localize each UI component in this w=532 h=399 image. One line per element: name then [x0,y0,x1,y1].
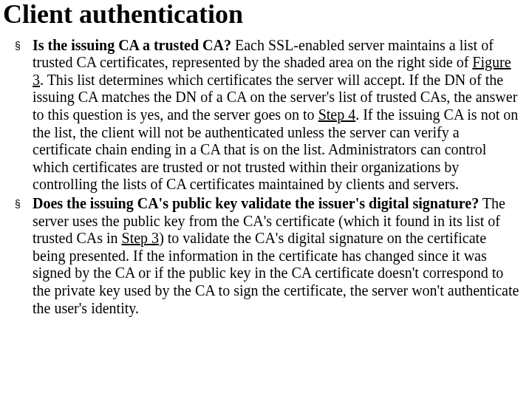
page-title: Client authentication [3,0,528,30]
list-item: §Does the issuing CA's public key valida… [33,195,522,317]
square-bullet-icon: § [15,195,21,213]
square-bullet-icon: § [15,37,21,55]
item-lead: Does the issuing CA's public key validat… [33,195,479,211]
document-page: Client authentication §Is the issuing CA… [0,0,532,317]
reference-link[interactable]: Step 4 [318,106,356,123]
list-item: §Is the issuing CA a trusted CA? Each SS… [33,37,522,194]
item-lead: Is the issuing CA a trusted CA? [33,37,231,53]
reference-link[interactable]: Step 3 [122,230,160,246]
bullet-list: §Is the issuing CA a trusted CA? Each SS… [3,37,528,318]
